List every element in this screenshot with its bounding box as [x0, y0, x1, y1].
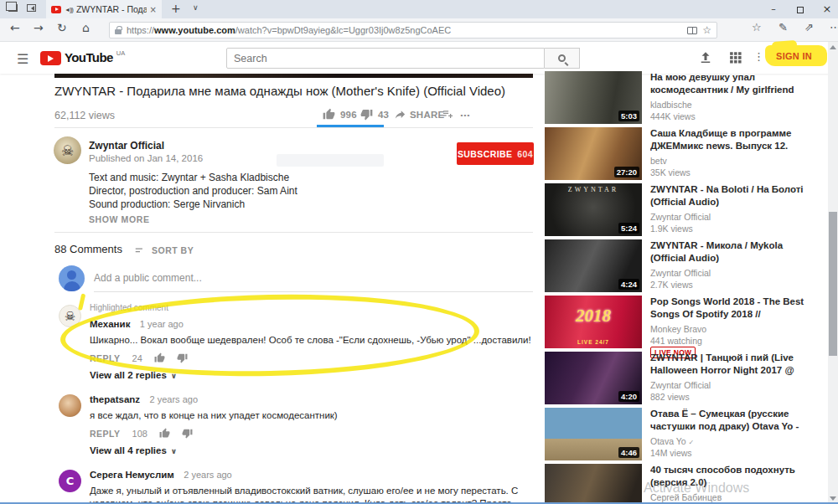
search-button[interactable] [545, 48, 580, 69]
related-video-title[interactable]: Саша Кладбище в программе ДЖЕМмикс news.… [650, 127, 820, 152]
show-more-button[interactable]: SHOW MORE [89, 214, 149, 224]
related-video-title[interactable]: ZWYNTAR - Na Boloti / На Болоті (Officia… [650, 183, 820, 208]
subscribe-button[interactable]: SUBSCRIBE 604 [457, 142, 534, 165]
channel-avatar[interactable]: ☠ [54, 136, 81, 164]
annotate-pen-icon[interactable]: ✎ [779, 21, 788, 33]
related-video-title[interactable]: На мою девушку упал космодесантник / My … [650, 71, 820, 95]
view-replies-button[interactable]: View all 4 replies [90, 445, 167, 455]
related-video[interactable]: 27:20 Саша Кладбище в программе ДЖЕМмикс… [545, 127, 820, 183]
related-video[interactable]: ZWYNTAR 5:24 ZWYNTAR - Na Boloti / На Бо… [545, 183, 820, 239]
page-scrollbar[interactable] [828, 42, 838, 504]
related-channel-name[interactable]: Zwyntar Official [650, 380, 820, 390]
video-thumbnail[interactable]: 4:46 [545, 408, 642, 460]
search-input[interactable] [227, 49, 544, 68]
comment-author[interactable]: thepatsanz [90, 394, 140, 404]
commenter-avatar[interactable] [59, 394, 81, 417]
comment-like-icon[interactable] [154, 352, 165, 363]
tab-close-button[interactable]: × [150, 5, 157, 14]
comment-author[interactable]: Механик [90, 319, 130, 329]
apps-grid-icon[interactable] [728, 50, 742, 64]
related-channel-name[interactable]: Monkey Bravo [650, 324, 820, 334]
tab-preview-icon[interactable] [8, 4, 18, 12]
search-box[interactable] [226, 48, 545, 69]
window-minimize-button[interactable]: – [761, 0, 786, 18]
browser-tab[interactable]: ◄))) ZWYNTAR - Подар × [46, 0, 162, 18]
set-tabs-aside-icon[interactable] [27, 4, 36, 12]
channel-name[interactable]: Zwyntar Official [89, 140, 164, 152]
video-thumbnail[interactable]: ZWYNTAR 5:24 [545, 183, 642, 236]
subscribe-label: SUBSCRIBE [458, 149, 512, 159]
upload-icon[interactable] [698, 50, 713, 65]
add-to-playlist-icon[interactable] [442, 108, 454, 121]
url-text[interactable]: https://www.youtube.com/watch?v=bpwDt9ay… [127, 25, 682, 35]
comment-author[interactable]: Серега Немуслим [90, 470, 174, 480]
scroll-down-arrow-icon[interactable] [830, 496, 836, 501]
share-icon[interactable] [394, 108, 406, 121]
window-close-button[interactable]: × [815, 0, 838, 18]
related-channel-name[interactable]: kladbische [650, 100, 820, 110]
related-video[interactable]: 2018 LIVE 24/7 Pop Songs World 2018 - Th… [545, 296, 820, 352]
youtube-menu-dots-icon[interactable]: ⋮ [753, 50, 764, 63]
related-channel-name[interactable]: Zwyntar Official [650, 212, 820, 222]
view-replies-button[interactable]: View all 2 replies [90, 370, 167, 380]
tab-list-chevron-icon[interactable]: ∨ [193, 3, 199, 12]
commenter-avatar[interactable]: ☠ [59, 305, 81, 327]
video-thumbnail[interactable]: 27:20 [545, 127, 642, 180]
related-channel-name[interactable]: Zwyntar Official [650, 268, 820, 278]
scroll-up-arrow-icon[interactable] [830, 45, 836, 49]
comment-time[interactable]: 2 years ago [150, 394, 198, 404]
new-tab-button[interactable]: + [171, 2, 181, 15]
related-video-title[interactable]: ZWYNTAR - Микола / Mykola (Official Audi… [650, 239, 820, 264]
description-line: Text and music: Zwyntar + Sasha Kladbisc… [89, 172, 289, 183]
sign-in-button[interactable]: SIGN IN [776, 51, 812, 61]
comment-dislike-icon[interactable] [182, 428, 193, 439]
video-thumbnail[interactable]: 4:24 [545, 239, 642, 292]
sort-by-button[interactable]: SORT BY [152, 245, 194, 255]
comment-dislike-icon[interactable] [177, 352, 188, 363]
menu-hamburger-icon[interactable]: ☰ [17, 51, 28, 67]
related-channel-name[interactable]: Otava Yo ✓ [650, 436, 820, 446]
youtube-logo[interactable]: YouTube UA [40, 50, 125, 65]
reply-button[interactable]: REPLY [90, 353, 121, 363]
tab-title: ZWYNTAR - Подар [76, 4, 147, 14]
share-page-icon[interactable]: ⇗ [804, 21, 814, 33]
video-thumbnail[interactable]: 4:20 [545, 352, 642, 404]
home-button[interactable]: ⌂ [82, 21, 90, 34]
video-thumbnail[interactable] [545, 464, 642, 504]
video-player-bottom-edge[interactable] [54, 74, 533, 78]
divider [54, 232, 533, 233]
hub-favorites-icon[interactable]: ☆ [752, 21, 762, 33]
share-button[interactable]: SHARE [410, 110, 444, 120]
related-video-title[interactable]: ZWYNTAR | Танцюй і пий (Live Halloween H… [650, 352, 820, 376]
address-bar[interactable]: https://www.youtube.com/watch?v=bpwDt9ay… [109, 22, 717, 39]
comment-time[interactable]: 2 years ago [184, 470, 231, 480]
dislike-icon[interactable] [360, 108, 373, 121]
like-icon[interactable] [323, 108, 335, 121]
reply-button[interactable]: REPLY [90, 429, 121, 439]
video-thumbnail[interactable]: 2018 LIVE 24/7 [545, 296, 642, 348]
video-thumbnail[interactable]: 5:03 [545, 71, 642, 124]
refresh-button[interactable]: ↻ [57, 21, 67, 34]
comment-like-icon[interactable] [159, 428, 170, 439]
related-video[interactable]: 4:20 ZWYNTAR | Танцюй і пий (Live Hallow… [545, 352, 820, 408]
related-channel-name[interactable]: betv [650, 156, 820, 166]
forward-button[interactable]: → [34, 21, 44, 34]
more-actions-icon[interactable]: ⋯ [460, 110, 470, 121]
favorite-star-icon[interactable]: ☆ [702, 24, 711, 36]
comment-like-count: 108 [132, 429, 147, 439]
related-video[interactable]: 4:24 ZWYNTAR - Микола / Mykola (Official… [545, 239, 820, 296]
reading-view-icon[interactable] [687, 27, 697, 34]
sort-icon[interactable] [134, 245, 146, 257]
commenter-avatar[interactable]: C [59, 470, 81, 492]
scrollbar-thumb[interactable] [829, 212, 837, 356]
related-view-count: 2.7K views [650, 280, 693, 290]
related-video[interactable]: 5:03 На мою девушку упал космодесантник … [545, 71, 820, 127]
related-video[interactable]: 4:46 Отава Ё – Сумецкая (русские частушк… [545, 408, 820, 464]
browser-menu-icon[interactable]: ⋯ [830, 21, 838, 33]
back-button[interactable]: ← [10, 21, 20, 34]
window-maximize-button[interactable] [788, 0, 813, 18]
related-video-title[interactable]: Pop Songs World 2018 - The Best Songs Of… [650, 296, 820, 320]
comment-time[interactable]: 1 year ago [140, 319, 184, 329]
related-video-title[interactable]: Отава Ё – Сумецкая (русские частушки под… [650, 408, 820, 432]
add-comment-field[interactable]: Add a public comment... [94, 272, 202, 284]
